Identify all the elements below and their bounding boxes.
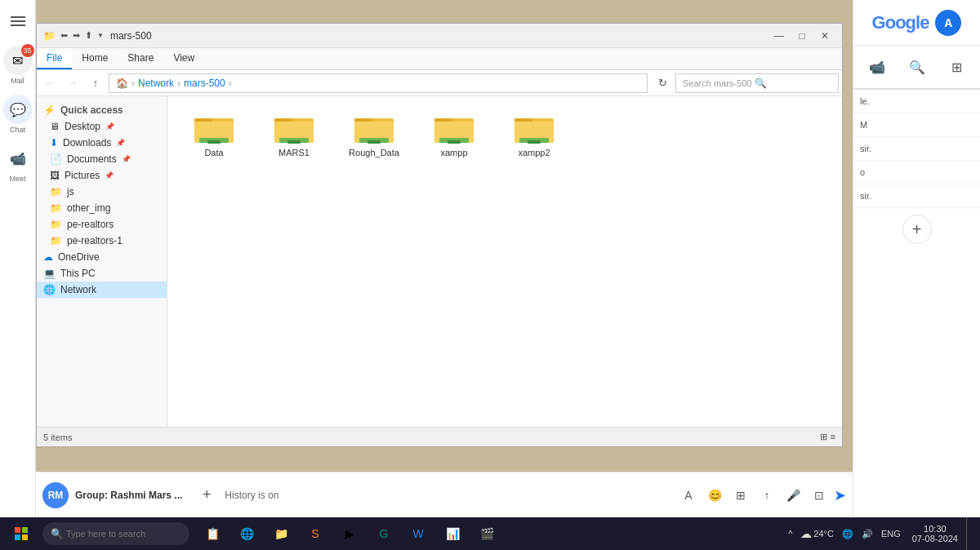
fe-search-box[interactable]: Search mars-500 🔍 [675,73,839,93]
tray-language[interactable]: ENG [878,517,904,550]
bc-video-btn[interactable]: ⊡ [808,484,831,507]
folder-xampp2[interactable]: xampp2 [497,106,571,163]
taskbar-video-btn[interactable]: 🎬 [470,517,503,550]
taskbar-word-btn[interactable]: W [402,517,434,550]
taskbar-chrome-btn[interactable]: 🌐 [230,517,263,550]
sidebar-item-quick-access[interactable]: ⚡ Quick access [37,100,167,118]
fe-forward-button[interactable]: → [63,73,82,93]
sidebar-item-documents[interactable]: 📄 Documents 📌 [37,151,167,167]
svg-rect-14 [368,140,381,144]
gs-video-icon[interactable]: 📹 [862,52,892,82]
nav-up-icon: ⬆ [85,30,92,41]
this-pc-icon: 💻 [43,268,56,279]
bc-upload-btn[interactable]: ↑ [755,484,778,507]
taskbar-clock[interactable]: 10:30 07-08-2024 [906,517,964,550]
hamburger-menu[interactable] [3,7,33,36]
taskbar-task-view-btn[interactable]: 📋 [196,517,229,550]
bc-text-format-btn[interactable]: A [677,484,700,507]
fe-search-icon: 🔍 [755,78,767,89]
fe-title-icon: 📁 [43,30,56,42]
sidebar-item-js[interactable]: 📁 js [37,184,167,200]
folder-xampp[interactable]: xampp [417,106,491,163]
tray-weather[interactable]: ☁ 24°C [797,517,837,550]
gs-apps-icon[interactable]: ⊞ [942,52,972,82]
bc-mic-btn[interactable]: 🎤 [782,484,804,507]
sidebar-item-other-img[interactable]: 📁 other_img [37,200,167,216]
folder-mars1[interactable]: MARS1 [257,106,331,163]
fe-tab-file[interactable]: File [37,48,72,69]
hamburger-line [11,16,25,18]
bc-input-area: + History is on [195,484,670,507]
sidebar-item-onedrive[interactable]: ☁ OneDrive [37,249,167,265]
bc-emoji-btn[interactable]: 😊 [703,484,726,507]
tray-network-icon[interactable]: 🌐 [839,517,857,550]
gs-search-icon[interactable]: 🔍 [902,52,932,82]
fe-tab-view[interactable]: View [163,48,204,69]
bc-group-name: Group: Rashmi Mars ... [75,490,182,501]
folder-data[interactable]: Data [177,106,251,163]
pe-realtors-1-icon: 📁 [50,235,62,246]
fe-close-button[interactable]: ✕ [814,27,835,45]
folder-xampp2-name: xampp2 [518,148,550,157]
tray-show-hidden[interactable]: ^ [785,517,795,550]
sidebar-item-pe-realtors[interactable]: 📁 pe-realtors [37,216,167,233]
bc-attach-btn[interactable]: ⊞ [729,484,752,507]
taskbar-sheets-btn[interactable]: 📊 [436,517,469,550]
fe-refresh-button[interactable]: ↻ [653,73,672,93]
taskbar-sublime-btn[interactable]: S [299,517,332,550]
sidebar-item-this-pc[interactable]: 💻 This PC [37,265,167,282]
file-explorer-window: 📁 ⬅ ➡ ⬆ ▼ mars-500 — □ ✕ File Home Share… [36,23,843,447]
svg-rect-9 [287,140,301,144]
tray-volume-icon[interactable]: 🔊 [858,517,876,550]
meet-label: Meet [9,175,25,183]
fe-minimize-button[interactable]: — [768,27,790,45]
taskbar-search-icon: 🔍 [51,528,63,539]
folder-rough-data-name: Rough_Data [349,148,399,157]
fe-breadcrumb[interactable]: 🏠 › Network › mars-500 › [109,73,648,93]
hamburger-line [11,24,25,26]
fe-up-button[interactable]: ↑ [86,73,105,93]
gs-message-1: le. [853,90,980,113]
folder-mars1-icon [274,112,314,144]
fe-ribbon-tabs: File Home Share View [37,48,842,69]
taskbar-search[interactable]: 🔍 [42,522,189,545]
sidebar-item-network[interactable]: 🌐 Network [37,282,167,298]
fe-view-icons-btn[interactable]: ⊞ [820,432,827,442]
sidebar-item-downloads[interactable]: ⬇ Downloads 📌 [37,135,167,151]
meet-icon-btn[interactable]: 📹 [3,144,33,173]
mail-label: Mail [11,77,24,85]
breadcrumb-mars500[interactable]: mars-500 [184,78,225,89]
pe-realtors-icon: 📁 [50,219,62,230]
bc-avatar: RM [42,482,69,508]
chat-icon-btn[interactable]: 💬 [3,95,33,124]
fe-view-list-btn[interactable]: ≡ [831,432,835,442]
fe-back-button[interactable]: ← [40,73,60,93]
breadcrumb-network[interactable]: Network [138,78,174,89]
sidebar-item-desktop[interactable]: 🖥 Desktop 📌 [37,118,167,135]
taskbar-meet-btn[interactable]: G [368,517,400,550]
meet-section: 📹 Meet [3,144,33,183]
other-img-icon: 📁 [50,202,62,214]
mail-icon[interactable]: ✉ 35 [3,46,33,75]
taskbar-search-input[interactable] [66,529,164,539]
bc-add-button[interactable]: + [195,484,218,507]
bc-group-info: Group: Rashmi Mars ... [75,490,182,501]
bc-send-button[interactable]: ➤ [834,486,846,504]
gs-add-button[interactable]: + [902,215,932,244]
gs-user-avatar[interactable]: A [935,10,961,36]
breadcrumb-home-icon: 🏠 [116,78,128,89]
tray-show-desktop[interactable] [966,517,973,550]
fe-tab-share[interactable]: Share [118,48,163,69]
taskbar-youtube-btn[interactable]: ▶ [333,517,366,550]
folder-rough-data[interactable]: Rough_Data [337,106,411,163]
start-button[interactable] [3,517,39,550]
fe-tab-home[interactable]: Home [72,48,118,69]
sidebar-item-pictures[interactable]: 🖼 Pictures 📌 [37,167,167,184]
sidebar-item-pe-realtors-1[interactable]: 📁 pe-realtors-1 [37,233,167,249]
fe-maximize-button[interactable]: □ [791,27,813,45]
taskbar-explorer-btn[interactable]: 📁 [265,517,297,550]
clock-date: 07-08-2024 [912,534,958,543]
tray-temperature: 24°C [813,529,834,539]
folder-xampp-icon [434,112,474,144]
gs-message-5: sir. [853,184,980,208]
